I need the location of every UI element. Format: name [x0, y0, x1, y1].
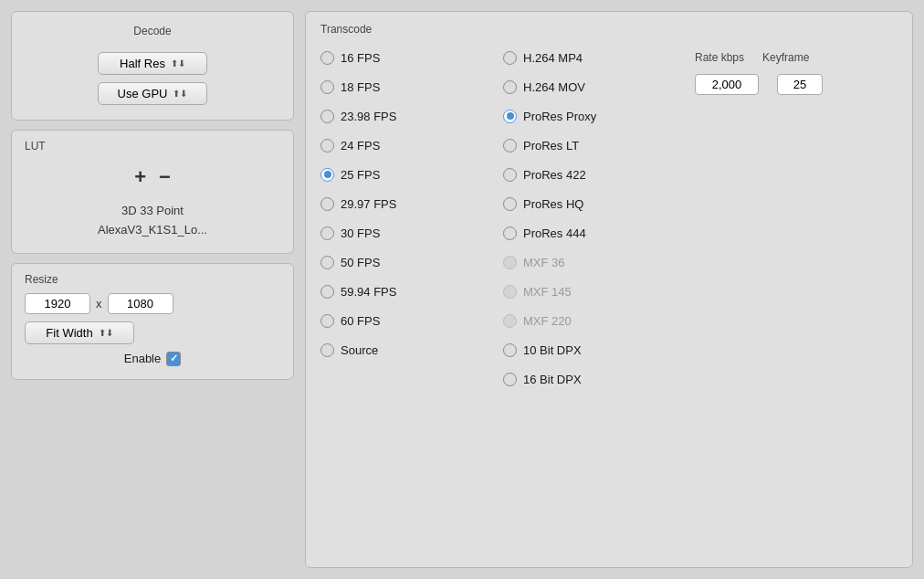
lut-label: LUT: [25, 140, 280, 153]
fps-radio-0[interactable]: [320, 51, 334, 65]
codec-radio-4[interactable]: [503, 168, 517, 182]
lut-type: 3D 33 Point: [25, 202, 280, 221]
fps-row[interactable]: Source: [320, 337, 503, 363]
codec-label-11: 16 Bit DPX: [523, 373, 582, 386]
codec-radio-0[interactable]: [503, 51, 517, 65]
rate-input-row: [695, 74, 823, 95]
fps-row[interactable]: 59.94 FPS: [320, 279, 503, 304]
codec-row[interactable]: H.264 MOV: [503, 74, 686, 100]
fps-radio-5[interactable]: [320, 197, 334, 211]
resize-height-input[interactable]: [108, 293, 173, 314]
resolution-arrow-icon: ⬆⬇: [171, 58, 185, 68]
lut-add-button[interactable]: +: [134, 167, 146, 187]
codec-radio-6[interactable]: [503, 226, 517, 240]
codec-radio-2[interactable]: [503, 110, 517, 123]
codec-row[interactable]: H.264 MP4: [503, 45, 686, 70]
codec-row[interactable]: ProRes 422: [503, 162, 686, 187]
transcode-box: Transcode 16 FPS18 FPS23.98 FPS24 FPS25 …: [305, 11, 913, 568]
fps-label-0: 16 FPS: [341, 51, 380, 65]
codec-label-10: 10 Bit DPX: [523, 343, 582, 357]
fps-row[interactable]: 18 FPS: [320, 74, 503, 100]
fps-label-9: 60 FPS: [341, 314, 380, 328]
codec-label-9: MXF 220: [523, 314, 572, 328]
codec-radio-8[interactable]: [503, 285, 517, 299]
gpu-select[interactable]: Use GPU ⬆⬇: [98, 82, 207, 105]
fps-label-7: 50 FPS: [341, 256, 380, 269]
gpu-arrow-icon: ⬆⬇: [173, 89, 187, 99]
codec-radio-10[interactable]: [503, 343, 517, 357]
fps-radio-10[interactable]: [320, 343, 334, 357]
fps-row[interactable]: 23.98 FPS: [320, 103, 503, 129]
codec-row[interactable]: ProRes 444: [503, 220, 686, 246]
lut-info: 3D 33 Point AlexaV3_K1S1_Lo...: [25, 202, 280, 240]
codec-row[interactable]: ProRes Proxy: [503, 103, 686, 129]
fps-radio-9[interactable]: [320, 314, 334, 328]
codec-row[interactable]: 16 Bit DPX: [503, 366, 686, 392]
decode-label: Decode: [133, 25, 171, 37]
fps-row[interactable]: 50 FPS: [320, 249, 503, 275]
fps-radio-3[interactable]: [320, 139, 334, 153]
fps-radio-4[interactable]: [320, 168, 334, 182]
fps-row[interactable]: 24 FPS: [320, 132, 503, 158]
enable-row: Enable: [25, 352, 280, 366]
codec-row[interactable]: ProRes HQ: [503, 191, 686, 216]
codec-row[interactable]: MXF 145: [503, 279, 686, 304]
codec-row[interactable]: MXF 36: [503, 249, 686, 275]
keyframe-input[interactable]: [777, 74, 823, 95]
fps-radio-8[interactable]: [320, 285, 334, 299]
codec-label-7: MXF 36: [523, 256, 565, 269]
codec-label-2: ProRes Proxy: [523, 110, 596, 123]
codec-radio-9[interactable]: [503, 314, 517, 328]
codec-row[interactable]: 10 Bit DPX: [503, 337, 686, 363]
fps-label-4: 25 FPS: [341, 168, 380, 182]
transcode-label: Transcode: [320, 23, 898, 36]
codec-row[interactable]: ProRes LT: [503, 132, 686, 158]
fps-row[interactable]: 25 FPS: [320, 162, 503, 187]
fps-label-1: 18 FPS: [341, 80, 380, 94]
rate-kbps-label: Rate kbps: [695, 51, 744, 64]
fit-arrow-icon: ⬆⬇: [99, 328, 113, 338]
fps-label-3: 24 FPS: [341, 139, 380, 153]
fps-row[interactable]: 29.97 FPS: [320, 191, 503, 216]
fit-value: Fit Width: [46, 326, 92, 340]
lut-section: LUT + − 3D 33 Point AlexaV3_K1S1_Lo...: [11, 130, 294, 254]
resize-width-input[interactable]: [25, 293, 90, 314]
codec-radio-3[interactable]: [503, 139, 517, 153]
fit-select[interactable]: Fit Width ⬆⬇: [25, 321, 134, 344]
rate-column: Rate kbps Keyframe: [686, 45, 898, 392]
fit-select-wrap: Fit Width ⬆⬇: [25, 321, 280, 344]
resize-label: Resize: [25, 273, 280, 286]
codec-label-8: MXF 145: [523, 285, 572, 299]
codec-row[interactable]: MXF 220: [503, 308, 686, 333]
codec-label-1: H.264 MOV: [523, 80, 585, 94]
resize-section: Resize x Fit Width ⬆⬇ Enable: [11, 263, 294, 380]
resolution-select[interactable]: Half Res ⬆⬇: [98, 52, 207, 75]
codec-label-3: ProRes LT: [523, 139, 579, 153]
codec-radio-1[interactable]: [503, 80, 517, 94]
fps-column: 16 FPS18 FPS23.98 FPS24 FPS25 FPS29.97 F…: [320, 45, 503, 392]
transcode-grid: 16 FPS18 FPS23.98 FPS24 FPS25 FPS29.97 F…: [320, 45, 898, 392]
fps-radio-7[interactable]: [320, 256, 334, 269]
fps-row[interactable]: 30 FPS: [320, 220, 503, 246]
rate-input[interactable]: [695, 74, 759, 95]
fps-radio-2[interactable]: [320, 110, 334, 123]
fps-row[interactable]: 16 FPS: [320, 45, 503, 70]
codec-label-0: H.264 MP4: [523, 51, 583, 65]
enable-checkbox[interactable]: [166, 352, 181, 366]
codec-radio-7[interactable]: [503, 256, 517, 269]
resize-fields: x: [25, 293, 280, 314]
fps-radio-6[interactable]: [320, 226, 334, 240]
keyframe-label: Keyframe: [762, 51, 809, 64]
transcode-panel: Transcode 16 FPS18 FPS23.98 FPS24 FPS25 …: [305, 11, 913, 568]
fps-label-10: Source: [341, 343, 378, 357]
fps-label-6: 30 FPS: [341, 226, 380, 240]
codec-radio-5[interactable]: [503, 197, 517, 211]
codec-radio-11[interactable]: [503, 373, 517, 386]
lut-controls: + −: [25, 160, 280, 195]
fps-radio-1[interactable]: [320, 80, 334, 94]
fps-row[interactable]: 60 FPS: [320, 308, 503, 333]
resize-x-label: x: [96, 297, 102, 311]
fps-label-2: 23.98 FPS: [341, 110, 396, 123]
lut-remove-button[interactable]: −: [159, 167, 171, 187]
enable-label: Enable: [124, 352, 161, 365]
